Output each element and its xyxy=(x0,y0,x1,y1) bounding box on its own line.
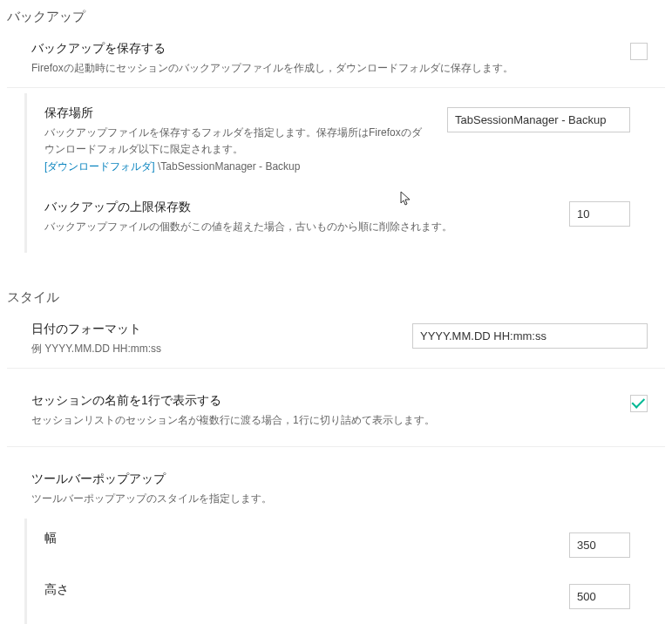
width-input[interactable] xyxy=(569,532,630,558)
date-format-desc: 例 YYYY.MM.DD HH:mm:ss xyxy=(31,341,395,357)
single-line-desc: セッションリストのセッション名が複数行に渡る場合，1行に切り詰めて表示します。 xyxy=(31,412,613,429)
save-backup-row: バックアップを保存する Firefoxの起動時にセッションのバックアップファイル… xyxy=(7,32,665,88)
style-section: スタイル 日付のフォーマット 例 YYYY.MM.DD HH:mm:ss セッシ… xyxy=(0,253,672,624)
width-label: 幅 xyxy=(44,531,552,546)
toolbar-popup-title: ツールバーポップアップ xyxy=(31,471,665,487)
height-text: 高さ xyxy=(44,582,569,601)
single-line-control xyxy=(630,393,665,412)
save-backup-title: バックアップを保存する xyxy=(31,41,613,57)
limit-row: バックアップの上限保存数 バックアップファイルの個数がこの値を超えた場合，古いも… xyxy=(44,187,665,248)
single-line-row: セッションの名前を1行で表示する セッションリストのセッション名が複数行に渡る場… xyxy=(7,376,665,447)
location-text: 保存場所 バックアップファイルを保存するフォルダを指定します。保存場所はFire… xyxy=(44,105,447,175)
backup-section-title: バックアップ xyxy=(0,0,672,32)
location-path-suffix: \TabSessionManager - Backup xyxy=(155,160,301,173)
date-format-row: 日付のフォーマット 例 YYYY.MM.DD HH:mm:ss xyxy=(7,313,665,369)
date-format-title: 日付のフォーマット xyxy=(31,322,395,337)
backup-section: バックアップ バックアップを保存する Firefoxの起動時にセッションのバック… xyxy=(0,0,672,253)
limit-input[interactable] xyxy=(569,201,630,227)
single-line-checkbox[interactable] xyxy=(630,395,648,412)
width-row: 幅 xyxy=(44,519,665,570)
location-control xyxy=(447,105,648,132)
location-desc-text: バックアップファイルを保存するフォルダを指定します。保存場所はFirefoxのダ… xyxy=(44,126,422,155)
save-backup-desc: Firefoxの起動時にセッションのバックアップファイルを作成し，ダウンロードフ… xyxy=(31,60,613,77)
height-label: 高さ xyxy=(44,582,552,598)
limit-text: バックアップの上限保存数 バックアップファイルの個数がこの値を超えた場合，古いも… xyxy=(44,200,569,235)
single-line-text: セッションの名前を1行で表示する セッションリストのセッション名が複数行に渡る場… xyxy=(31,393,630,429)
location-row: 保存場所 バックアップファイルを保存するフォルダを指定します。保存場所はFire… xyxy=(44,93,665,187)
location-desc: バックアップファイルを保存するフォルダを指定します。保存場所はFirefoxのダ… xyxy=(44,125,430,175)
toolbar-popup-header: ツールバーポップアップ ツールバーポップアップのスタイルを指定します。 xyxy=(7,454,665,512)
date-format-input[interactable] xyxy=(412,323,648,349)
style-section-title: スタイル xyxy=(0,281,672,313)
download-folder-link[interactable]: [ダウンロードフォルダ] xyxy=(44,160,155,173)
height-input[interactable] xyxy=(569,584,630,609)
height-row: 高さ xyxy=(44,570,665,621)
date-format-control xyxy=(412,322,665,349)
limit-desc: バックアップファイルの個数がこの値を超えた場合，古いものから順に削除されます。 xyxy=(44,219,552,235)
limit-control xyxy=(569,200,648,227)
width-control xyxy=(569,531,648,558)
save-backup-checkbox[interactable] xyxy=(630,43,648,60)
backup-indent: 保存場所 バックアップファイルを保存するフォルダを指定します。保存場所はFire… xyxy=(24,93,665,253)
toolbar-popup-indent: 幅 高さ xyxy=(24,519,665,625)
save-backup-control xyxy=(630,41,665,60)
location-input[interactable] xyxy=(447,107,630,132)
location-title: 保存場所 xyxy=(44,105,430,121)
height-control xyxy=(569,582,648,609)
limit-title: バックアップの上限保存数 xyxy=(44,200,552,215)
save-backup-text: バックアップを保存する Firefoxの起動時にセッションのバックアップファイル… xyxy=(31,41,630,77)
single-line-title: セッションの名前を1行で表示する xyxy=(31,393,613,409)
width-text: 幅 xyxy=(44,531,569,550)
toolbar-popup-desc: ツールバーポップアップのスタイルを指定します。 xyxy=(31,491,665,507)
date-format-text: 日付のフォーマット 例 YYYY.MM.DD HH:mm:ss xyxy=(31,322,412,357)
